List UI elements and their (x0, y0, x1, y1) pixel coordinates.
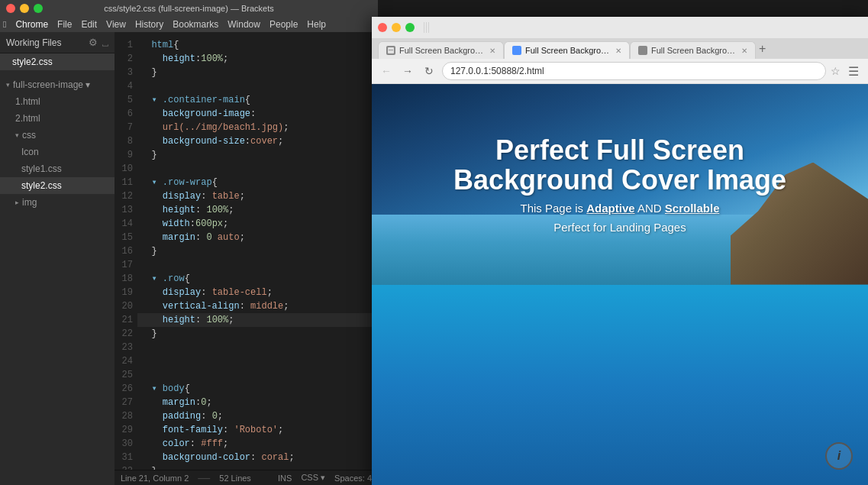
menu-help[interactable]: Help (307, 19, 326, 30)
code-editor[interactable]: 1 2 3 4 5 6 7 8 9 10 11 12 13 14 (115, 32, 378, 485)
menu-history[interactable]: History (135, 19, 163, 30)
code-line-18: ▾ .row{ (137, 272, 378, 286)
status-sep-1: — (198, 471, 210, 485)
code-line-1: html{ (137, 38, 378, 52)
resize-handle[interactable] (424, 22, 430, 33)
menu-edit[interactable]: Edit (81, 19, 97, 30)
file-mode[interactable]: CSS ▾ (301, 473, 325, 483)
tab-close-1[interactable]: ✕ (489, 47, 495, 55)
file-2html[interactable]: 2.html (0, 110, 115, 127)
folder-css[interactable]: ▾ css (0, 127, 115, 144)
ln-11: 11 (121, 176, 133, 189)
code-line-22: } (137, 327, 378, 341)
code-line-25 (137, 368, 378, 382)
menu-people[interactable]: People (269, 19, 298, 30)
ln-20: 20 (121, 299, 133, 313)
webpage-subtitle: This Page is Adaptive AND Scrollable (453, 202, 786, 215)
sidebar-settings-icon[interactable]: ⚙ (89, 37, 98, 48)
close-button[interactable] (6, 4, 15, 13)
subtitle-prefix: This Page is (521, 202, 587, 215)
browser-tab-2[interactable]: Full Screen Background C... ✕ (504, 41, 630, 59)
browser-window: Full Screen Background C... ✕ Full Scree… (372, 17, 868, 485)
webpage-bottom (372, 285, 868, 486)
sidebar: Working Files ⚙ ⎵ style2.css ▾ full-scre… (0, 32, 115, 485)
brackets-window: css/style2.css (full-screen-image) — Bra… (0, 0, 378, 485)
editor-layout: Working Files ⚙ ⎵ style2.css ▾ full-scre… (0, 32, 378, 485)
new-tab-button[interactable]: + (759, 42, 766, 59)
browser-menu-button[interactable]: ☰ (845, 63, 862, 79)
address-bar[interactable]: 127.0.0.1:50888/2.html (442, 62, 826, 80)
back-button[interactable]: ← (378, 63, 395, 79)
tab-close-3[interactable]: ✕ (741, 47, 747, 55)
working-file-style2css[interactable]: style2.css (0, 53, 115, 70)
url-text: 127.0.0.1:50888/2.html (450, 66, 544, 76)
maximize-button[interactable] (34, 4, 43, 13)
info-icon: i (837, 449, 841, 463)
bookmark-star-icon[interactable]: ☆ (831, 65, 841, 77)
code-line-9: } (137, 148, 378, 162)
ln-12: 12 (121, 189, 133, 203)
browser-tab-1[interactable]: Full Screen Background C... ✕ (378, 41, 504, 59)
ln-32: 32 (121, 464, 133, 470)
browser-minimize-button[interactable] (392, 23, 401, 32)
code-line-26: ▾ body{ (137, 382, 378, 396)
ln-23: 23 (121, 341, 133, 354)
folder-full-screen-image[interactable]: ▾ full-screen-image ▾ (0, 76, 115, 93)
cursor-position: Line 21, Column 2 (121, 474, 189, 483)
code-line-16: } (137, 244, 378, 258)
folder-name: full-screen-image ▾ (13, 79, 90, 90)
ln-19: 19 (121, 286, 133, 299)
code-line-19: display: table-cell; (137, 286, 378, 299)
browser-title-bar (372, 17, 868, 38)
tab-title-2: Full Screen Background C... (525, 46, 610, 55)
ln-21: 21 (121, 313, 133, 327)
menu-view[interactable]: View (106, 19, 126, 30)
code-line-14: width:600px; (137, 217, 378, 231)
browser-tab-3[interactable]: Full Screen Background C... ✕ (630, 41, 756, 59)
info-button[interactable]: i (825, 442, 853, 470)
code-line-15: margin: 0 auto; (137, 231, 378, 244)
code-line-17 (137, 258, 378, 272)
code-line-31: background-color: coral; (137, 451, 378, 464)
reload-button[interactable]: ↻ (421, 63, 437, 79)
ln-1: 1 (121, 38, 133, 52)
ln-8: 8 (121, 134, 133, 148)
ln-4: 4 (121, 79, 133, 93)
folder-img[interactable]: ▸ img (0, 194, 115, 211)
file-1html[interactable]: 1.html (0, 93, 115, 110)
webpage-hero: Perfect Full Screen Background Cover Ima… (372, 84, 868, 285)
browser-maximize-button[interactable] (405, 23, 415, 32)
forward-button[interactable]: → (399, 63, 416, 79)
file-style2css[interactable]: style2.css (0, 177, 115, 194)
status-bar: Line 21, Column 2 — 52 Lines INS CSS ▾ S… (115, 470, 378, 485)
tab-close-2[interactable]: ✕ (615, 47, 621, 55)
apple-menu[interactable]:  (3, 19, 6, 30)
ln-9: 9 (121, 148, 133, 162)
menu-file[interactable]: File (57, 19, 72, 30)
browser-close-button[interactable] (378, 23, 387, 32)
code-text[interactable]: html{ height:100%; } ▾ .container-main{ … (137, 32, 378, 470)
line-count: 52 Lines (219, 474, 251, 483)
code-line-5: ▾ .container-main{ (137, 93, 378, 107)
ln-5: 5 (121, 93, 133, 107)
code-line-24 (137, 354, 378, 368)
file-icon[interactable]: Icon (0, 144, 115, 160)
ins-mode: INS (278, 474, 292, 483)
ln-6: 6 (121, 107, 133, 121)
heading-line1: Perfect Full Screen (495, 134, 744, 166)
tab-title-1: Full Screen Background C... (399, 46, 484, 55)
spaces-setting[interactable]: Spaces: 4 (334, 474, 372, 483)
folder-tree: ▾ full-screen-image ▾ 1.html 2.html ▾ cs… (0, 76, 115, 211)
tab-title-3: Full Screen Background C... (651, 46, 736, 55)
sidebar-split-icon[interactable]: ⎵ (102, 37, 108, 48)
ln-22: 22 (121, 327, 133, 341)
menu-bookmarks[interactable]: Bookmarks (173, 19, 218, 30)
menu-window[interactable]: Window (227, 19, 260, 30)
webpage-text-block: Perfect Full Screen Background Cover Ima… (453, 135, 786, 234)
subtitle-scrollable: Scrollable (665, 202, 720, 215)
img-folder-arrow: ▸ (15, 199, 19, 206)
subtitle-and: AND (635, 202, 665, 215)
file-style1css[interactable]: style1.css (0, 160, 115, 177)
minimize-button[interactable] (20, 4, 29, 13)
menu-chrome[interactable]: Chrome (15, 19, 48, 30)
